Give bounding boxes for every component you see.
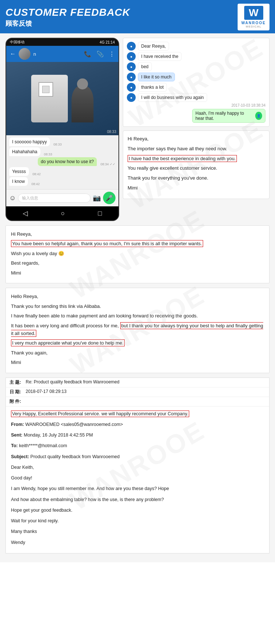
wa-msg-5: ● thanks a lot xyxy=(127,83,265,92)
msg-received-2: Hahahahaha 08:33 xyxy=(9,147,115,156)
wa-msg-6: ● I will do business with you again xyxy=(127,93,265,102)
bubble-time-2: 08:33 xyxy=(44,152,52,156)
wa-reply: Haah, I'm really happy to hear that. 👤 xyxy=(127,109,265,123)
subject-value: Re: Product quality feedback from Wanroo… xyxy=(26,379,120,386)
email-subject-body: Subject: Product quality feedback from W… xyxy=(11,453,264,461)
email-from: From: WANROOEMED <sales05@wanrooemed.com… xyxy=(11,421,264,428)
subject-body-label: Subject: xyxy=(11,454,29,459)
contact-avatar xyxy=(19,48,30,60)
wa-msg-4: ● I like it so much xyxy=(127,73,265,81)
feedback2-line4: I very much appreciate what you've done … xyxy=(11,339,264,347)
chat-section: 中国移动 4G 21:14 ← n 📞 📎 ⋮ xyxy=(6,38,270,221)
wa-msg-2: ● I have received the xyxy=(127,52,265,61)
phone-icons: 📞 📎 ⋮ xyxy=(84,51,115,58)
wa-bubble-1: Dear Reeya, xyxy=(138,42,169,51)
feedback1-line1: You have been so helpful again, thank yo… xyxy=(11,240,264,247)
feedback1-signature: Mimi xyxy=(11,269,264,277)
formal-email: WANROOE 主 题: Re: Product quality feedbac… xyxy=(6,378,270,553)
email1-highlighted: I have had the best experience in dealin… xyxy=(128,155,237,162)
email1-line1: The importer says they have all they nee… xyxy=(128,145,265,153)
bubble-text-2: Hahahahaha xyxy=(9,147,40,156)
phone-image-area: 08:33 xyxy=(6,62,118,135)
wa-bubble-6: I will do business with you again xyxy=(138,93,207,102)
bubble-time-4: 08:42 xyxy=(33,172,41,176)
to-label: To: xyxy=(11,443,18,448)
email1-signature: Mimi xyxy=(128,184,265,192)
email1-line3: You really give excellent customer servi… xyxy=(128,165,265,172)
bubble-text-1: I soooooo happyy xyxy=(9,137,50,146)
body-line2: I am Wendy, hope you still remember me. … xyxy=(11,485,264,493)
wa-avatar-3: ● xyxy=(127,62,136,71)
phone-messages: I soooooo happyy 08:33 Hahahahaha 08:33 … xyxy=(6,135,118,189)
feedback-card-1: WANROOE Hi Reeya, You have been so helpf… xyxy=(6,225,270,283)
msg-received-3: Yessss 08:42 xyxy=(9,167,115,176)
msg-received-1: I soooooo happyy 08:33 xyxy=(9,137,115,146)
formal-email-highlighted: Very Happy, Excellent Professional servi… xyxy=(11,411,189,417)
phone-call-icon[interactable]: 📞 xyxy=(84,51,91,58)
email-date-row: 日 期: 2018-07-17 08:29:13 xyxy=(6,387,269,397)
main-content: 中国移动 4G 21:14 ← n 📞 📎 ⋮ xyxy=(0,33,275,562)
wa-avatar-1: ● xyxy=(127,42,136,51)
phone-status-bar: 中国移动 4G 21:14 xyxy=(6,38,118,46)
feedback2-greeting: Hello Reeya, xyxy=(11,292,264,300)
subject-label: 主 题: xyxy=(10,379,24,386)
body-line3: And how about the embalming table? how i… xyxy=(11,496,264,504)
logo-text: WANROOE xyxy=(241,21,266,25)
bubble-time-3: 08:34 ✓✓ xyxy=(100,162,115,166)
attachment-label: 附 件: xyxy=(10,398,24,405)
image-timestamp: 08:33 xyxy=(107,130,116,134)
page-header: CUSTOMER FEEDBACK 顾客反馈 W WANROOE MEDICAL xyxy=(0,0,275,33)
nav-home-icon[interactable]: ○ xyxy=(61,210,65,217)
wa-bubble-3: bed xyxy=(138,62,152,71)
feedback2-line2: I have finally been able to make payment… xyxy=(11,312,264,320)
feedback2-signature: Mimi xyxy=(11,358,264,366)
email-sent: Sent: Monday, 16 July 2018 4:42:55 PM xyxy=(11,431,264,439)
phone-nav-bar: ◁ ○ □ xyxy=(6,206,118,220)
nav-back-icon[interactable]: ◁ xyxy=(23,209,28,217)
bubble-time-1: 08:33 xyxy=(54,143,62,146)
attach-icon[interactable]: 📎 xyxy=(96,51,104,58)
wa-avatar-5: ● xyxy=(127,83,136,92)
wa-avatar-4: ● xyxy=(127,73,136,81)
right-panel: WANROOE ● Dear Reeya, ● I have received … xyxy=(123,38,270,221)
wa-bubble-4-highlighted: I like it so much xyxy=(138,73,175,81)
body-greeting: Dear Keith, xyxy=(11,464,264,471)
wa-chat-box: WANROOE ● Dear Reeya, ● I have received … xyxy=(123,38,270,127)
avatar-image xyxy=(19,48,30,60)
camera-icon[interactable]: 📷 xyxy=(93,194,101,202)
chat-image xyxy=(6,62,118,135)
wa-avatar-2: ● xyxy=(127,52,136,61)
feedback2-line1: Thank you for sending this link via Alib… xyxy=(11,302,264,310)
wa-avatar-6: ● xyxy=(127,93,136,102)
header-title-cn: 顾客反馈 xyxy=(6,19,130,28)
from-value: WANROOEMED <sales05@wanrooemed.com> xyxy=(25,422,123,427)
feedback1-line3: Best regards, xyxy=(11,259,264,267)
emoji-icon[interactable]: ☺ xyxy=(9,194,16,202)
date-value: 2018-07-17 08:29:13 xyxy=(26,389,66,395)
nav-recents-icon[interactable]: □ xyxy=(98,210,102,217)
body-line5: Wait for your kind reply. xyxy=(11,517,264,525)
chat-input[interactable]: 输入信息 xyxy=(18,194,91,203)
email1-line2: I have had the best experience in dealin… xyxy=(128,155,265,163)
from-label: From: xyxy=(11,422,24,427)
wa-bubble-2: I have received the xyxy=(138,52,182,61)
bubble-text-4: Yessss xyxy=(9,167,29,176)
email1-greeting: Hi Reeya, xyxy=(128,135,265,143)
feedback-card-2: WANROOE Hello Reeya, Thank you for sendi… xyxy=(6,288,270,373)
wa-msg-1: ● Dear Reeya, xyxy=(127,42,265,51)
back-arrow-icon[interactable]: ← xyxy=(10,51,16,57)
body-line6: Many thanks xyxy=(11,528,264,536)
msg-sent-1: do you know how to use it? 08:34 ✓✓ xyxy=(9,157,115,166)
more-icon[interactable]: ⋮ xyxy=(109,51,115,58)
header-title-en: CUSTOMER FEEDBACK xyxy=(6,7,130,18)
body-signature: Wendy xyxy=(11,539,264,547)
wa-reply-bubble: Haah, I'm really happy to hear that. 👤 xyxy=(192,109,265,123)
to-value: keith*****@hotmail.com xyxy=(19,443,67,448)
feedback1-greeting: Hi Reeya, xyxy=(11,230,264,238)
body-line1: Good day! xyxy=(11,474,264,482)
email-highlighted-line: Very Happy, Excellent Professional servi… xyxy=(11,410,264,418)
mic-icon[interactable]: 🎤 xyxy=(103,192,115,204)
bubble-time-5: 08:42 xyxy=(32,182,40,186)
email-box-1: WANROOE Hi Reeya, The importer says they… xyxy=(123,130,270,199)
sent-value: Monday, 16 July 2018 4:42:55 PM xyxy=(24,433,93,438)
